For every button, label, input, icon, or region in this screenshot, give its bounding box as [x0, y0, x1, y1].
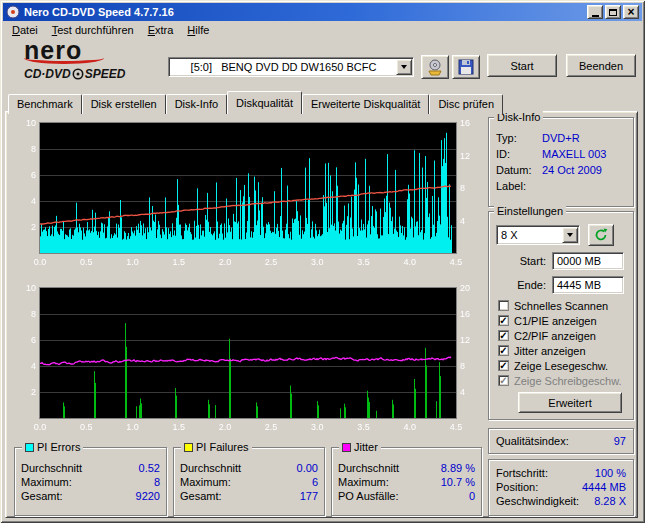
- logo-swoosh: [24, 52, 104, 64]
- speed-select-dropdown-icon[interactable]: [562, 227, 578, 243]
- caption-buttons: ×: [585, 5, 639, 19]
- stat-row: Durchschnitt8.89 %: [338, 461, 475, 475]
- speed-select[interactable]: 8 X: [496, 225, 580, 245]
- speed-select-value: 8 X: [497, 229, 564, 241]
- checkbox-zeige-schreibgeschw[interactable]: Zeige Schreibgeschw.: [498, 374, 622, 387]
- tab-disc-pruefen[interactable]: Disc prüfen: [429, 94, 503, 114]
- stat-row: Durchschnitt0.52: [21, 461, 160, 475]
- refresh-button[interactable]: [588, 224, 614, 246]
- stat-row: Maximum:10.7 %: [338, 475, 475, 489]
- tab-disk-erstellen[interactable]: Disk erstellen: [82, 94, 166, 114]
- pi-failures-legend: PI Failures: [181, 441, 252, 453]
- tab-erweiterte-diskqualitaet[interactable]: Erweiterte Diskqualität: [302, 94, 429, 114]
- minimize-button[interactable]: [587, 5, 603, 19]
- start-button[interactable]: Start: [487, 54, 557, 77]
- app-window: Nero CD-DVD Speed 4.7.7.16 × Datei Test …: [0, 0, 645, 523]
- pi-failures-color-swatch: [184, 443, 193, 452]
- checkbox-zeige-lesegeschw[interactable]: Zeige Lesegeschw.: [498, 359, 608, 372]
- start-position-value: 0000 MB: [553, 255, 601, 267]
- end-position-value: 4445 MB: [553, 279, 601, 291]
- end-position-input[interactable]: 4445 MB: [552, 276, 624, 294]
- start-position-label: Start:: [494, 252, 546, 270]
- stat-row: Maximum:8: [21, 475, 160, 489]
- settings-group-title: Einstellungen: [494, 205, 566, 217]
- tab-diskqualitaet[interactable]: Diskqualität: [227, 91, 302, 114]
- refresh-icon: [594, 228, 608, 242]
- logo-product-right: SPEED: [85, 67, 126, 81]
- jitter-color-swatch: [342, 443, 351, 452]
- speed-row: Geschwindigkeit:8.28 X: [496, 494, 626, 508]
- checkbox-c2-pif-anzeigen[interactable]: C2/PIF anzeigen: [498, 329, 596, 342]
- checkbox-box: [498, 330, 509, 341]
- save-results-button[interactable]: [452, 55, 480, 79]
- quit-button[interactable]: Beenden: [566, 54, 636, 77]
- disk-info-row-id: ID:MAXELL 003: [496, 147, 628, 161]
- stat-row: Gesamt:177: [180, 489, 318, 503]
- stat-row: PO Ausfälle:0: [338, 489, 475, 503]
- pi-errors-legend: PI Errors: [22, 441, 83, 453]
- menu-item-extra[interactable]: Extra: [141, 22, 181, 38]
- checkbox-schnelles-scannen[interactable]: Schnelles Scannen: [498, 299, 608, 312]
- disc-icon: [72, 68, 84, 80]
- drive-select-dropdown-icon[interactable]: [396, 59, 412, 75]
- start-position-input[interactable]: 0000 MB: [552, 252, 624, 270]
- checkbox-box: [498, 360, 509, 371]
- close-button[interactable]: ×: [623, 5, 639, 19]
- logo-product-text: CD·DVD SPEED: [24, 67, 125, 81]
- tab-benchmark[interactable]: Benchmark: [8, 94, 82, 114]
- maximize-icon: [609, 9, 617, 16]
- checkbox-c1-pie-anzeigen[interactable]: C1/PIE anzeigen: [498, 314, 597, 327]
- pi-failures-jitter-chart: [14, 282, 482, 434]
- disk-info-row-typ: Typ:DVD+R: [496, 131, 628, 145]
- checkbox-box: [498, 345, 509, 356]
- quality-index-row: Qualitätsindex:97: [496, 434, 626, 448]
- checkbox-box: [498, 375, 509, 386]
- chevron-down-icon: [567, 233, 573, 237]
- checkbox-jitter-anzeigen[interactable]: Jitter anzeigen: [498, 344, 586, 357]
- titlebar: Nero CD-DVD Speed 4.7.7.16 ×: [3, 3, 642, 21]
- maximize-button[interactable]: [605, 5, 621, 19]
- eject-disc-button[interactable]: [421, 55, 449, 79]
- position-row: Position:4444 MB: [496, 480, 626, 494]
- nero-logo: nero CD·DVD SPEED: [24, 38, 174, 86]
- logo-product-left: CD·DVD: [24, 67, 71, 81]
- tab-strip: Benchmark Disk erstellen Disk-Info Diskq…: [8, 91, 503, 114]
- menubar: Datei Test durchführen Extra Hilfe: [3, 21, 642, 39]
- stat-row: Maximum:6: [180, 475, 318, 489]
- checkbox-box: [498, 315, 509, 326]
- end-position-label: Ende:: [494, 276, 546, 294]
- chevron-down-icon: [401, 65, 407, 69]
- disk-info-row-label: Label:: [496, 179, 628, 193]
- disc-hand-icon: [426, 59, 444, 76]
- pi-errors-color-swatch: [25, 443, 34, 452]
- tab-disk-info[interactable]: Disk-Info: [166, 94, 227, 114]
- progress-row: Fortschritt:100 %: [496, 466, 626, 480]
- checkbox-box: [498, 300, 509, 311]
- menu-item-hilfe[interactable]: Hilfe: [180, 22, 216, 38]
- disk-info-row-datum: Datum:24 Oct 2009: [496, 163, 628, 177]
- stat-row: Gesamt:9220: [21, 489, 160, 503]
- stat-row: Durchschnitt0.00: [180, 461, 318, 475]
- advanced-button[interactable]: Erweitert: [518, 392, 622, 413]
- minimize-icon: [592, 15, 599, 17]
- floppy-disk-icon: [458, 59, 474, 75]
- jitter-legend: Jitter: [339, 441, 381, 453]
- pi-errors-chart: [14, 117, 482, 269]
- window-title: Nero CD-DVD Speed 4.7.7.16: [24, 6, 174, 18]
- drive-select[interactable]: [5:0] BENQ DVD DD DW1650 BCFC: [168, 57, 414, 77]
- drive-select-value: [5:0] BENQ DVD DD DW1650 BCFC: [169, 61, 398, 73]
- close-icon: ×: [627, 7, 634, 17]
- app-icon: [6, 5, 20, 19]
